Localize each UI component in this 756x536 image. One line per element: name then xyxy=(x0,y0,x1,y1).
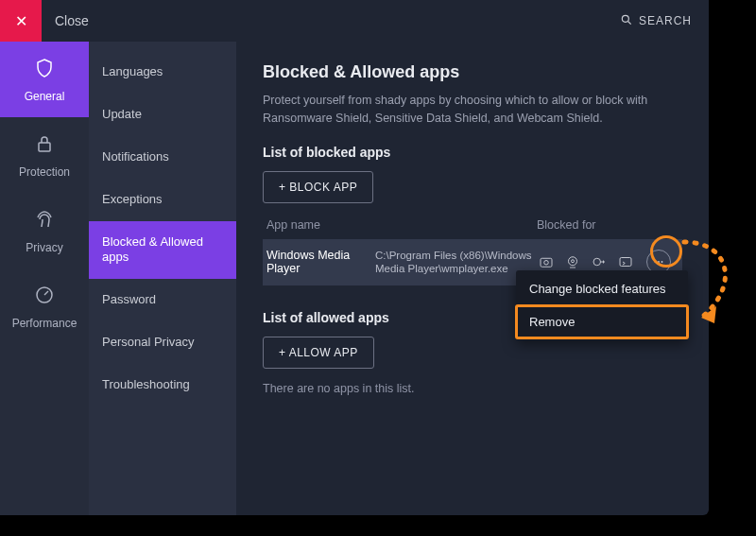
blocked-table-header: App name Blocked for xyxy=(263,207,682,239)
sensitive-data-shield-icon xyxy=(590,252,609,271)
search-icon xyxy=(620,13,633,29)
svg-point-8 xyxy=(593,259,601,267)
row-context-menu: Change blocked features Remove xyxy=(516,270,688,340)
svg-point-0 xyxy=(622,15,628,22)
app-path: C:\Program Files (x86)\Windows Media Pla… xyxy=(375,249,537,277)
svg-point-11 xyxy=(658,262,660,264)
shield-icon xyxy=(33,57,56,82)
rail-item-performance[interactable]: Performance xyxy=(0,268,89,344)
svg-point-6 xyxy=(569,257,577,266)
rail-label: General xyxy=(25,90,65,103)
allowed-empty-text: There are no apps in this list. xyxy=(263,382,682,395)
lock-icon xyxy=(33,132,56,158)
fingerprint-icon xyxy=(33,208,56,233)
subnav-notifications[interactable]: Notifications xyxy=(89,136,236,179)
svg-rect-2 xyxy=(39,143,50,151)
rail-item-protection[interactable]: Protection xyxy=(0,117,89,193)
settings-window: ✕ Close SEARCH General Protection xyxy=(0,0,709,515)
svg-line-1 xyxy=(628,21,631,24)
subnav-exceptions[interactable]: Exceptions xyxy=(89,179,236,221)
rail-label: Performance xyxy=(12,317,77,330)
col-appname: App name xyxy=(266,218,375,232)
svg-rect-4 xyxy=(541,259,552,268)
ransomware-shield-icon xyxy=(537,252,556,271)
rail-item-general[interactable]: General xyxy=(0,42,89,117)
titlebar: ✕ Close SEARCH xyxy=(0,0,709,42)
app-name: Windows Media Player xyxy=(266,249,375,275)
svg-point-10 xyxy=(655,262,657,264)
col-blockedfor: Blocked for xyxy=(537,218,679,232)
settings-subnav: Languages Update Notifications Exception… xyxy=(89,42,236,515)
subnav-personal-privacy[interactable]: Personal Privacy xyxy=(89,321,236,364)
subnav-languages[interactable]: Languages xyxy=(89,51,236,94)
subnav-troubleshooting[interactable]: Troubleshooting xyxy=(89,364,236,406)
menu-remove[interactable]: Remove xyxy=(516,305,688,338)
rail-item-privacy[interactable]: Privacy xyxy=(0,193,89,268)
blocked-heading: List of blocked apps xyxy=(263,145,682,160)
page-description: Protect yourself from shady apps by choo… xyxy=(263,92,682,128)
subnav-blocked-allowed[interactable]: Blocked & Allowed apps xyxy=(89,221,236,280)
search-button[interactable]: SEARCH xyxy=(620,13,692,29)
close-label: Close xyxy=(55,13,89,28)
search-label: SEARCH xyxy=(639,14,692,27)
close-button[interactable]: ✕ xyxy=(0,0,42,42)
gauge-icon xyxy=(33,284,56,309)
menu-change-blocked-features[interactable]: Change blocked features xyxy=(516,272,688,305)
allow-app-button[interactable]: + ALLOW APP xyxy=(263,337,374,369)
remote-access-shield-icon xyxy=(616,252,635,271)
subnav-update[interactable]: Update xyxy=(89,94,236,136)
page-title: Blocked & Allowed apps xyxy=(263,62,682,82)
svg-point-7 xyxy=(572,260,575,263)
svg-rect-9 xyxy=(620,258,631,267)
close-icon: ✕ xyxy=(15,12,27,30)
webcam-shield-icon xyxy=(563,252,582,271)
rail-label: Protection xyxy=(19,165,70,179)
block-app-button[interactable]: + BLOCK APP xyxy=(263,171,373,203)
category-rail: General Protection Privacy Performance xyxy=(0,42,89,515)
svg-point-5 xyxy=(544,261,549,266)
rail-label: Privacy xyxy=(26,241,62,254)
subnav-password[interactable]: Password xyxy=(89,279,236,321)
svg-point-12 xyxy=(662,262,663,264)
